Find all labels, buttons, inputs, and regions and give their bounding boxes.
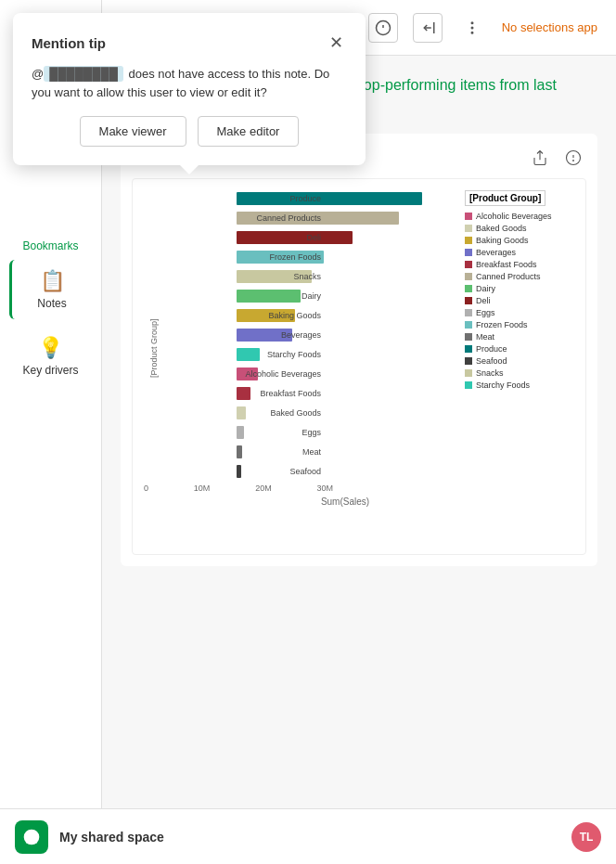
mentioned-user: ████████ <box>44 66 123 82</box>
mention-tip-body: @████████ does not have access to this n… <box>32 65 347 101</box>
make-viewer-button[interactable]: Make viewer <box>80 116 186 147</box>
mention-tip-actions: Make viewer Make editor <box>32 116 347 147</box>
mention-tip-overlay: Mention tip ✕ @████████ does not have ac… <box>0 0 616 864</box>
mention-tip-header: Mention tip ✕ <box>32 32 347 54</box>
make-editor-button[interactable]: Make editor <box>198 116 300 147</box>
close-button[interactable]: ✕ <box>325 32 347 54</box>
mention-tip-title: Mention tip <box>32 35 106 51</box>
mention-tip-popup: Mention tip ✕ @████████ does not have ac… <box>13 13 366 165</box>
